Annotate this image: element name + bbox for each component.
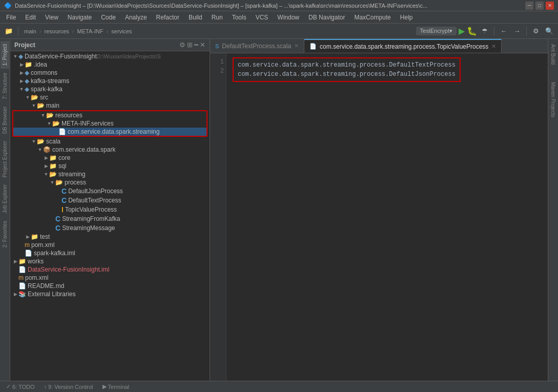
menu-maxcompute[interactable]: MaxCompute bbox=[350, 13, 395, 22]
tree-item-resources[interactable]: ▼ 📂 resources bbox=[13, 111, 206, 119]
tree-item-readme[interactable]: 📄 README.md bbox=[10, 282, 210, 290]
tree-label-resources: resources bbox=[55, 112, 82, 119]
tree-item-topicvalue[interactable]: I TopicValueProcess bbox=[10, 205, 210, 214]
menu-help[interactable]: Help bbox=[396, 13, 417, 22]
tree-item-root[interactable]: ▼ ◆ DataService-FusionInsight D:\Wuxian\… bbox=[10, 52, 210, 60]
left-tab-db-browser[interactable]: DB Browser bbox=[1, 104, 9, 137]
tree-label-root: DataService-FusionInsight bbox=[25, 53, 97, 60]
md-icon-readme: 📄 bbox=[18, 282, 26, 290]
panel-gear-icon[interactable]: ⚙ bbox=[179, 41, 185, 49]
close-button[interactable]: ✕ bbox=[546, 2, 554, 10]
search-button[interactable]: 🔍 bbox=[544, 26, 555, 37]
menu-db-navigator[interactable]: DB Navigator bbox=[304, 13, 349, 22]
breadcrumb-main[interactable]: main bbox=[22, 28, 38, 35]
tree-item-main[interactable]: ▼ 📂 main bbox=[10, 101, 210, 110]
panel-close-icon[interactable]: ✕ bbox=[200, 41, 205, 49]
settings-button[interactable]: ⚙ bbox=[530, 26, 542, 37]
tree-item-test[interactable]: ▶ 📁 test bbox=[10, 233, 210, 241]
tree-item-sql[interactable]: ▶ 📁 sql bbox=[10, 162, 210, 170]
menu-view[interactable]: View bbox=[41, 13, 63, 22]
left-tab-structure[interactable]: 7: Structure bbox=[1, 70, 9, 102]
breadcrumb-metainf[interactable]: META-INF bbox=[75, 28, 105, 35]
folder-icon-main: 📂 bbox=[37, 102, 45, 109]
toolbar-folder-btn[interactable]: 📁 bbox=[3, 26, 14, 37]
maximize-button[interactable]: □ bbox=[535, 2, 544, 10]
tab-close-defaulttext[interactable]: ✕ bbox=[294, 43, 299, 49]
panel-expand-icon[interactable]: ⊞ bbox=[187, 41, 193, 49]
tree-item-spark-kafka-iml[interactable]: 📄 spark-kafka.iml bbox=[10, 249, 210, 257]
tree-item-works[interactable]: ▶ 📁 works bbox=[10, 257, 210, 265]
folder-icon-process: 📂 bbox=[55, 179, 63, 186]
app-icon: 🔷 bbox=[4, 2, 12, 9]
menu-vcs[interactable]: VCS bbox=[252, 13, 273, 22]
tree-item-pom-xml-spark[interactable]: m pom.xml bbox=[10, 241, 210, 249]
toolbar: 📁 main › resources › META-INF › services… bbox=[0, 24, 558, 39]
tree-item-core[interactable]: ▶ 📁 core bbox=[10, 154, 210, 162]
tree-item-meta-inf[interactable]: ▼ 📂 META-INF.services bbox=[13, 119, 206, 128]
code-editor[interactable]: com.service.data.spark.streaming.process… bbox=[226, 53, 548, 381]
module-icon-kafka: ◆ bbox=[25, 77, 29, 85]
tree-item-process[interactable]: ▼ 📂 process bbox=[10, 178, 210, 187]
menu-build[interactable]: Build bbox=[184, 13, 206, 22]
tree-item-streaming[interactable]: ▼ 📂 streaming bbox=[10, 170, 210, 178]
tree-item-src[interactable]: ▼ 📂 src bbox=[10, 93, 210, 101]
menu-analyze[interactable]: Analyze bbox=[121, 13, 151, 22]
menu-run[interactable]: Run bbox=[208, 13, 227, 22]
menu-tools[interactable]: Tools bbox=[228, 13, 251, 22]
tree-item-com-pkg[interactable]: ▼ 📦 com.service.data.spark bbox=[10, 146, 210, 154]
editor-tab-topicvalue[interactable]: 📄 com.service.data.spark.streaming.proce… bbox=[304, 39, 502, 53]
panel-collapse-icon[interactable]: ━ bbox=[194, 41, 198, 49]
tree-label-pom-xml-spark: pom.xml bbox=[31, 241, 54, 249]
folder-icon-resources: 📂 bbox=[46, 112, 54, 119]
tree-arrow-kafka: ▶ bbox=[18, 78, 25, 84]
left-tab-project-explorer[interactable]: Project Explorer bbox=[1, 138, 9, 180]
vcs-icon: ↑ bbox=[44, 384, 47, 390]
bottom-tab-todo[interactable]: ✓ 6: TODO bbox=[2, 382, 39, 391]
tree-item-streamingmessage[interactable]: C StreamingMessage bbox=[10, 223, 210, 233]
menu-code[interactable]: Code bbox=[97, 13, 120, 22]
tree-label-spark-kafka: spark-kafka bbox=[31, 86, 63, 93]
back-button[interactable]: ← bbox=[498, 26, 509, 37]
run-button[interactable]: ▶ bbox=[459, 26, 465, 36]
bottom-tab-terminal[interactable]: ▶ Terminal bbox=[98, 382, 134, 391]
menu-file[interactable]: File bbox=[2, 13, 20, 22]
debug-button[interactable]: 🐛 bbox=[467, 26, 477, 36]
tree-item-services-file[interactable]: 📄 com.service.data.spark.streaming bbox=[13, 128, 206, 136]
tab-close-topicvalue[interactable]: ✕ bbox=[491, 43, 496, 50]
tree-item-dataservice-iml[interactable]: 📄 DataService-FusionInsight.iml bbox=[10, 265, 210, 274]
xml-icon-pom-spark: m bbox=[25, 241, 30, 249]
forward-button[interactable]: → bbox=[511, 26, 523, 37]
tree-item-streamingfromkafka[interactable]: C StreamingFromKafka bbox=[10, 214, 210, 223]
menu-edit[interactable]: Edit bbox=[21, 13, 40, 22]
terminal-label: Terminal bbox=[108, 384, 130, 390]
tree-item-commons[interactable]: ▶ ◆ commons bbox=[10, 69, 210, 77]
breadcrumb-resources[interactable]: resources bbox=[43, 28, 71, 35]
coverage-button[interactable]: ☂ bbox=[479, 26, 490, 37]
left-tab-job-explorer[interactable]: Job Explorer bbox=[1, 181, 9, 216]
file-icon-services: 📄 bbox=[58, 128, 66, 135]
left-tab-favorites[interactable]: 2: Favorites bbox=[1, 218, 9, 251]
tree-item-scala[interactable]: ▼ 📂 scala bbox=[10, 137, 210, 146]
bottom-tab-vcs[interactable]: ↑ 9: Version Control bbox=[40, 383, 97, 391]
folder-icon-meta-inf: 📂 bbox=[52, 120, 60, 127]
minimize-button[interactable]: ─ bbox=[525, 2, 533, 10]
breadcrumb-services[interactable]: services bbox=[109, 28, 134, 35]
run-config-selector[interactable]: TestEncrypt▾ bbox=[416, 27, 457, 35]
tree-item-kafka-streams[interactable]: ▶ ◆ kafka-streams bbox=[10, 77, 210, 85]
main-content: 1: Project 7: Structure DB Browser Proje… bbox=[0, 39, 558, 381]
left-tab-project[interactable]: 1: Project bbox=[1, 41, 9, 69]
right-tab-maven[interactable]: Maven Projects bbox=[549, 79, 557, 120]
tree-item-spark-kafka[interactable]: ▼ ◆ spark-kafka bbox=[10, 85, 210, 93]
right-tab-ant-build[interactable]: Ant Build bbox=[549, 41, 557, 68]
tree-label-kafka: kafka-streams bbox=[31, 77, 69, 85]
editor-tab-defaulttext[interactable]: S DefaultTextProcess.scala ✕ bbox=[210, 39, 304, 53]
tree-item-ext-libs[interactable]: ▶ 📚 External Libraries bbox=[10, 290, 210, 298]
tree-item-defaulttext[interactable]: C DefaultTextProcess bbox=[10, 196, 210, 205]
menu-window[interactable]: Window bbox=[273, 13, 303, 22]
menu-navigate[interactable]: Navigate bbox=[64, 13, 96, 22]
tree-item-defaultjson[interactable]: C DefaultJsonProcess bbox=[10, 187, 210, 196]
tree-item-root-pom[interactable]: m pom.xml bbox=[10, 274, 210, 282]
tree-item-idea[interactable]: ▶ 📁 .idea bbox=[10, 60, 210, 69]
right-tab-strip: Ant Build Maven Projects bbox=[548, 39, 558, 381]
menu-refactor[interactable]: Refactor bbox=[152, 13, 183, 22]
